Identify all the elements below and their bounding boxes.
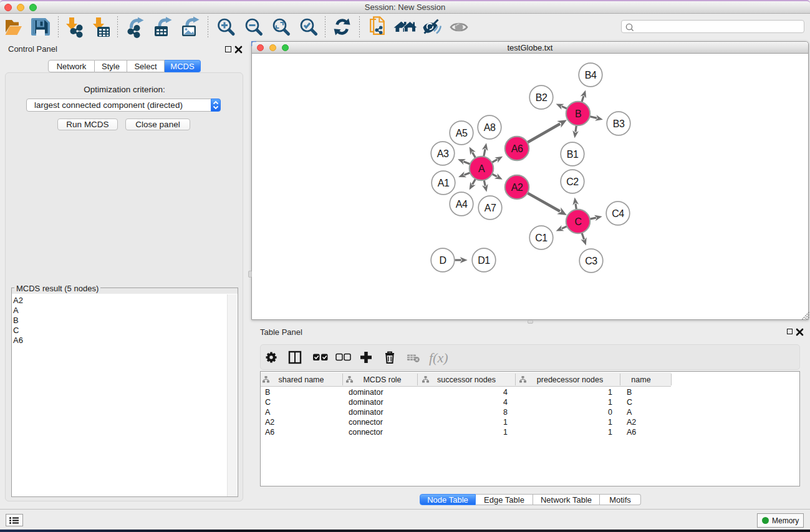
- svg-text:D1: D1: [478, 255, 490, 266]
- svg-text:B: B: [575, 109, 581, 119]
- svg-text:C1: C1: [535, 233, 547, 243]
- svg-text:A2: A2: [511, 182, 523, 193]
- svg-text:MCDS role: MCDS role: [363, 375, 401, 384]
- svg-text:shared name: shared name: [279, 375, 324, 384]
- svg-text:A4: A4: [456, 199, 468, 210]
- svg-text:C3: C3: [585, 256, 597, 266]
- svg-text:C4: C4: [612, 208, 624, 219]
- svg-text:f(x): f(x): [429, 350, 448, 365]
- svg-text:C2: C2: [566, 177, 579, 187]
- svg-text:D: D: [439, 255, 446, 266]
- svg-text:A1: A1: [438, 178, 450, 188]
- svg-text:A3: A3: [437, 148, 449, 159]
- svg-text:B3: B3: [613, 118, 625, 129]
- svg-text:A7: A7: [485, 203, 496, 213]
- svg-text:B2: B2: [536, 92, 547, 103]
- svg-text:predecessor nodes: predecessor nodes: [537, 375, 603, 384]
- svg-text:successor nodes: successor nodes: [437, 375, 496, 384]
- svg-text:A: A: [478, 163, 485, 174]
- svg-text:B4: B4: [585, 70, 597, 80]
- svg-text:A8: A8: [484, 122, 496, 133]
- svg-text:C: C: [574, 216, 581, 227]
- svg-text:name: name: [631, 375, 650, 384]
- svg-text:A5: A5: [456, 128, 468, 138]
- svg-text:A6: A6: [511, 143, 523, 154]
- svg-text:B1: B1: [567, 149, 579, 160]
